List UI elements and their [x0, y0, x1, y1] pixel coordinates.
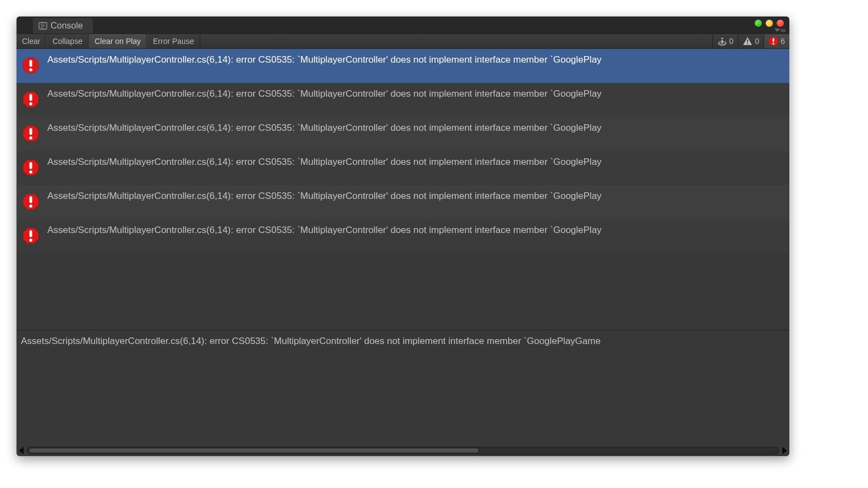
horizontal-scrollbar[interactable]	[17, 445, 789, 456]
scrollbar-thumb[interactable]	[29, 448, 479, 453]
error-icon	[22, 125, 40, 142]
info-count: 0	[729, 37, 734, 46]
collapse-toggle[interactable]: Collapse	[46, 34, 88, 48]
svg-point-16	[29, 68, 32, 71]
log-message: Assets/Scripts/MultiplayerController.cs(…	[47, 156, 602, 168]
log-row[interactable]: Assets/Scripts/MultiplayerController.cs(…	[17, 83, 789, 117]
svg-point-13	[773, 43, 774, 45]
svg-rect-9	[747, 40, 748, 42]
error-icon	[22, 227, 40, 245]
log-row[interactable]: Assets/Scripts/MultiplayerController.cs(…	[17, 219, 789, 253]
svg-rect-6	[721, 40, 723, 43]
error-filter-toggle[interactable]: 6	[763, 34, 789, 48]
error-icon	[22, 91, 40, 108]
svg-point-7	[721, 37, 723, 39]
svg-rect-12	[773, 38, 774, 42]
tab-console[interactable]: Console	[33, 18, 93, 34]
log-row[interactable]: Assets/Scripts/MultiplayerController.cs(…	[17, 185, 789, 219]
console-tab-icon	[39, 21, 47, 30]
window-close-button[interactable]	[777, 20, 784, 27]
panel-options-dropdown[interactable]	[774, 29, 785, 32]
clear-on-play-toggle[interactable]: Clear on Play	[89, 34, 147, 48]
tab-label: Console	[51, 21, 83, 31]
svg-rect-24	[30, 162, 32, 169]
svg-point-31	[29, 239, 32, 242]
svg-rect-30	[30, 230, 32, 237]
scroll-right-arrow-icon[interactable]	[782, 447, 787, 454]
error-icon	[22, 193, 40, 210]
svg-rect-10	[747, 43, 748, 44]
svg-point-25	[29, 170, 32, 174]
log-message: Assets/Scripts/MultiplayerController.cs(…	[47, 224, 602, 236]
svg-rect-15	[30, 60, 32, 67]
error-count: 6	[781, 37, 785, 46]
window-traffic-lights	[755, 20, 784, 27]
info-filter-toggle[interactable]: 0	[712, 34, 738, 48]
log-row[interactable]: Assets/Scripts/MultiplayerController.cs(…	[17, 49, 789, 83]
warning-filter-toggle[interactable]: 0	[738, 34, 763, 48]
window-zoom-button[interactable]	[755, 20, 762, 27]
error-pause-toggle[interactable]: Error Pause	[147, 34, 200, 48]
log-detail-text: Assets/Scripts/MultiplayerController.cs(…	[21, 336, 601, 346]
scroll-left-arrow-icon[interactable]	[19, 447, 24, 454]
log-row[interactable]: Assets/Scripts/MultiplayerController.cs(…	[17, 151, 789, 185]
log-message: Assets/Scripts/MultiplayerController.cs(…	[47, 53, 602, 65]
log-message: Assets/Scripts/MultiplayerController.cs(…	[47, 190, 602, 202]
log-message: Assets/Scripts/MultiplayerController.cs(…	[47, 87, 602, 99]
menu-icon	[781, 29, 785, 32]
console-window: Console Clear Collapse Clear on Play Err…	[17, 16, 789, 456]
info-icon	[717, 36, 727, 46]
svg-rect-21	[30, 128, 32, 135]
log-row[interactable]: Assets/Scripts/MultiplayerController.cs(…	[17, 117, 789, 151]
log-list[interactable]: Assets/Scripts/MultiplayerController.cs(…	[17, 49, 789, 253]
clear-button[interactable]: Clear	[17, 34, 46, 48]
log-message: Assets/Scripts/MultiplayerController.cs(…	[47, 121, 602, 134]
tab-bar: Console	[17, 16, 789, 34]
log-list-empty-area	[17, 253, 789, 330]
svg-rect-27	[30, 196, 32, 203]
chevron-down-icon	[774, 29, 780, 32]
svg-rect-18	[30, 94, 32, 101]
error-icon	[22, 57, 40, 74]
error-icon	[22, 159, 40, 176]
svg-point-19	[29, 102, 32, 106]
warning-icon	[743, 36, 752, 46]
warning-count: 0	[755, 37, 759, 46]
console-toolbar: Clear Collapse Clear on Play Error Pause…	[17, 34, 789, 49]
scrollbar-trough[interactable]	[27, 447, 779, 454]
log-detail-pane[interactable]: Assets/Scripts/MultiplayerController.cs(…	[17, 330, 789, 445]
svg-point-28	[29, 204, 32, 208]
svg-point-22	[29, 136, 32, 140]
window-minimize-button[interactable]	[766, 20, 773, 27]
error-icon	[768, 36, 778, 46]
